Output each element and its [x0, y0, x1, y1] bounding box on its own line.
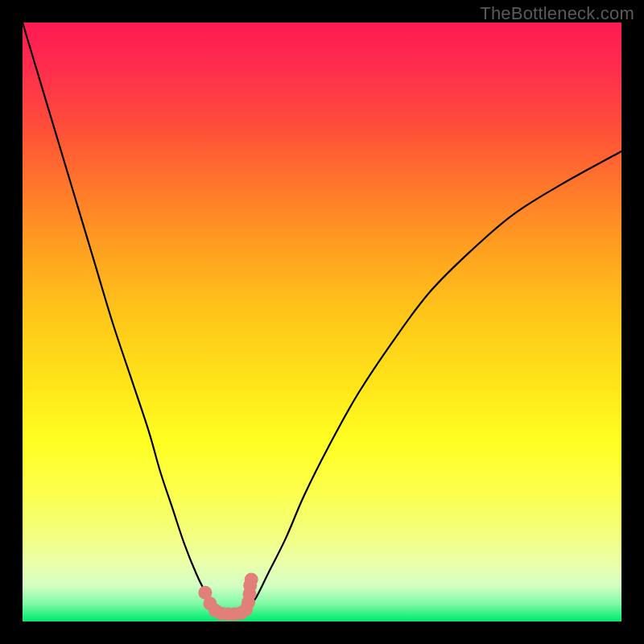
chart-frame: TheBottleneck.com — [0, 0, 644, 644]
valley-marker-group — [198, 572, 258, 621]
valley-marker — [245, 572, 258, 586]
left-branch-curve — [23, 23, 223, 609]
right-branch-curve — [247, 151, 621, 609]
plot-area — [23, 23, 621, 621]
watermark-text: TheBottleneck.com — [480, 3, 634, 24]
curve-layer — [23, 23, 621, 621]
